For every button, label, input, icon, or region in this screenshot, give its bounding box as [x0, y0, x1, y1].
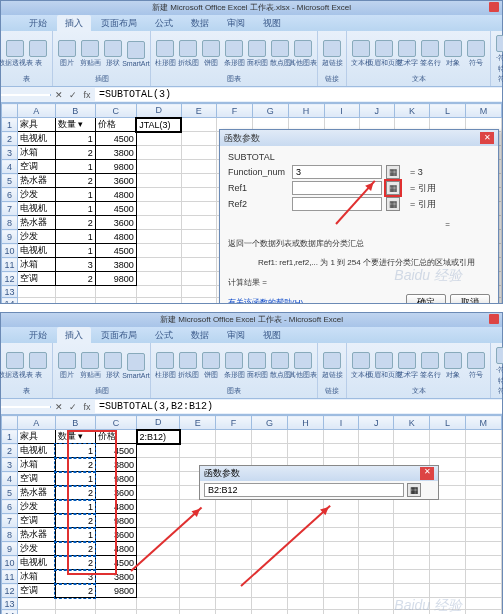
cell[interactable]: 电视机 [17, 556, 55, 570]
formula-input[interactable]: =SUBTOTAL(3) [95, 88, 502, 101]
cell[interactable] [17, 298, 55, 304]
cell[interactable] [394, 542, 430, 556]
cell[interactable] [394, 556, 430, 570]
cell[interactable] [359, 570, 394, 584]
cell[interactable]: 9800 [95, 272, 136, 286]
cell[interactable] [180, 570, 216, 584]
ok-button[interactable]: 确定 [406, 294, 446, 303]
ribbon-button[interactable]: 条形图 [224, 40, 244, 68]
cell[interactable]: 沙发 [17, 542, 55, 556]
dialog-title-bar[interactable]: 函数参数 ✕ [220, 130, 498, 146]
column-header[interactable]: J [359, 416, 394, 430]
cell[interactable] [251, 430, 287, 444]
column-header[interactable]: L [430, 104, 465, 118]
cell[interactable] [394, 528, 430, 542]
cell[interactable] [465, 514, 501, 528]
cell[interactable]: 1 [55, 188, 95, 202]
row-header[interactable]: 12 [2, 584, 18, 598]
row-header[interactable]: 2 [2, 132, 18, 146]
cell[interactable] [465, 472, 501, 486]
cell[interactable]: 1 [55, 244, 95, 258]
cell[interactable]: 冰箱 [17, 258, 55, 272]
cell[interactable] [359, 514, 394, 528]
cell[interactable] [394, 584, 430, 598]
ribbon-button[interactable]: 符号 [466, 352, 486, 380]
cell[interactable] [430, 528, 465, 542]
row-header[interactable]: 6 [2, 500, 18, 514]
row-header[interactable]: 13 [2, 286, 18, 298]
cell[interactable] [136, 216, 181, 230]
row-header[interactable]: 6 [2, 188, 18, 202]
cell[interactable]: 价格 [95, 430, 136, 444]
cell[interactable]: 3800 [95, 458, 136, 472]
cell[interactable] [136, 188, 181, 202]
cell[interactable] [181, 244, 217, 258]
ribbon-button[interactable]: 对象 [443, 352, 463, 380]
column-header[interactable]: H [288, 104, 324, 118]
tab-data[interactable]: 数据 [183, 327, 217, 344]
cell[interactable] [95, 298, 136, 304]
cell[interactable]: 1 [55, 500, 95, 514]
cell[interactable]: 2 [55, 486, 95, 500]
row-header[interactable]: 1 [2, 118, 18, 132]
cell[interactable] [287, 500, 323, 514]
cell[interactable] [216, 430, 252, 444]
cell[interactable] [251, 514, 287, 528]
row-header[interactable]: 14 [2, 610, 18, 615]
cancel-icon[interactable]: ✕ [53, 90, 65, 100]
cell[interactable] [359, 556, 394, 570]
column-header[interactable]: F [216, 416, 252, 430]
cancel-button[interactable]: 取消 [450, 294, 490, 303]
cell[interactable] [465, 556, 501, 570]
cell[interactable]: 3800 [95, 258, 136, 272]
column-header[interactable]: B [55, 416, 95, 430]
cell[interactable] [251, 500, 287, 514]
cell[interactable] [359, 500, 394, 514]
fx-icon[interactable]: fx [81, 90, 93, 100]
ribbon-button[interactable]: 形状 [103, 40, 123, 68]
cell[interactable] [181, 202, 217, 216]
ribbon-button[interactable]: 饼图 [201, 352, 221, 380]
row-header[interactable]: 14 [2, 298, 18, 304]
cell[interactable] [137, 458, 180, 472]
dialog-title-bar[interactable]: 函数参数 ✕ [200, 466, 438, 481]
cell[interactable] [359, 528, 394, 542]
ribbon-button[interactable]: 条形图 [224, 352, 244, 380]
cell[interactable]: 9800 [95, 514, 136, 528]
cell[interactable] [137, 570, 180, 584]
cell[interactable] [359, 444, 394, 458]
column-header[interactable]: D [136, 104, 181, 118]
cell[interactable]: 4500 [95, 244, 136, 258]
help-link[interactable]: 有关该函数的帮助(H) [228, 297, 303, 303]
cell[interactable] [137, 514, 180, 528]
row-header[interactable]: 10 [2, 244, 18, 258]
cell[interactable] [287, 430, 323, 444]
cell[interactable] [465, 486, 501, 500]
column-header[interactable]: C [95, 416, 136, 430]
cell[interactable] [137, 584, 180, 598]
cell[interactable]: 电视机 [17, 244, 55, 258]
cell[interactable] [216, 444, 252, 458]
cell[interactable] [136, 160, 181, 174]
tab-insert[interactable]: 插入 [57, 327, 91, 344]
cell[interactable] [137, 472, 180, 486]
ref-select-icon[interactable]: ▦ [386, 165, 400, 179]
cell[interactable] [394, 444, 430, 458]
cell[interactable] [181, 258, 217, 272]
cell[interactable]: 冰箱 [17, 458, 55, 472]
ribbon-button[interactable]: SmartArt [126, 40, 146, 68]
cell[interactable] [323, 556, 358, 570]
param3-input[interactable] [292, 197, 382, 211]
cell[interactable] [136, 258, 181, 272]
expand-icon[interactable]: ▦ [407, 483, 421, 497]
cell[interactable] [180, 430, 216, 444]
cell[interactable] [394, 500, 430, 514]
cell[interactable]: 9800 [95, 584, 136, 598]
close-icon[interactable]: ✕ [480, 132, 494, 144]
row-header[interactable]: 9 [2, 542, 18, 556]
cell[interactable]: 2 [55, 216, 95, 230]
ribbon-button[interactable]: 形状 [103, 352, 123, 380]
cell[interactable] [55, 286, 95, 298]
cell[interactable]: 热水器 [17, 486, 55, 500]
cell[interactable] [287, 542, 323, 556]
